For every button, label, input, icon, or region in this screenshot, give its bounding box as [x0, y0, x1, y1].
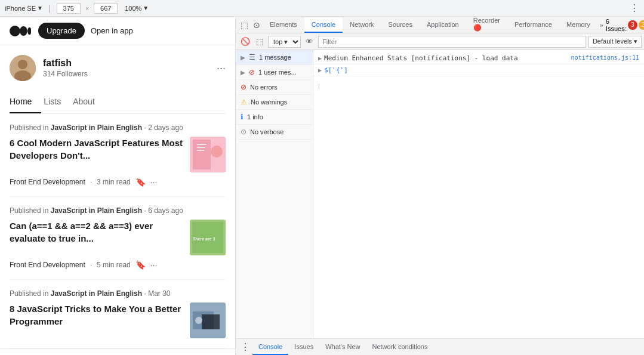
tab-network[interactable]: Network — [343, 17, 381, 33]
article-content: 6 Cool Modern JavaScript Features Most D… — [10, 137, 226, 172]
device-selector[interactable]: iPhone SE ▼ — [5, 5, 43, 12]
article-thumbnail: There are 3 — [190, 220, 226, 255]
article-thumbnail — [190, 137, 226, 172]
article-title[interactable]: Can (a==1 && a==2 && a==3) ever evaluate… — [10, 220, 184, 245]
bottom-tab-issues[interactable]: Issues — [288, 339, 319, 355]
tab-recorder[interactable]: Recorder 🔴 — [466, 17, 507, 33]
console-scope-select[interactable]: top ▾ — [268, 36, 301, 48]
sidebar-label-info: 1 info — [247, 113, 263, 121]
devtools-dock-button[interactable]: ⬚ — [238, 19, 251, 31]
log-expand-arrow-2[interactable]: ▶ — [318, 66, 322, 73]
log-text-2: $['{'] — [324, 66, 639, 74]
sidebar-label-messages: 1 message — [259, 54, 291, 61]
medium-header: Upgrade Open in app — [0, 17, 235, 45]
article-more-button[interactable]: ··· — [150, 260, 158, 270]
article-title[interactable]: 6 Cool Modern JavaScript Features Most D… — [10, 137, 184, 162]
sidebar-item-errors[interactable]: ⊘ No errors — [236, 80, 313, 95]
tab-console[interactable]: Console — [304, 17, 343, 33]
log-text: Medium Enhanced Stats [notifications] - … — [324, 54, 566, 62]
article-footer: Front End Development · 3 min read 🔖 ··· — [10, 177, 226, 187]
open-in-app-button[interactable]: Open in app — [91, 26, 133, 35]
console-cursor-area[interactable]: | — [313, 76, 644, 95]
tab-more-button[interactable]: » — [597, 21, 606, 29]
article-meta: Published in JavaScript in Plain English… — [10, 289, 226, 298]
bottom-tab-console[interactable]: Console — [252, 339, 288, 355]
bookmark-icon[interactable]: 🔖 — [135, 177, 146, 187]
tab-performance[interactable]: Performance — [507, 17, 559, 33]
profile-more-button[interactable]: ··· — [217, 62, 226, 75]
avatar — [10, 55, 36, 81]
profile-info: fatfish 314 Followers — [43, 58, 88, 78]
article-title[interactable]: 8 JavaScript Tricks to Make You a Better… — [10, 302, 184, 328]
console-log-line-2: ▶ $['{'] — [313, 64, 644, 76]
log-expand-arrow[interactable]: ▶ — [318, 54, 322, 61]
upgrade-button[interactable]: Upgrade — [38, 23, 85, 39]
tab-elements[interactable]: Elements — [263, 17, 304, 33]
console-main: ▶ Medium Enhanced Stats [notifications] … — [313, 50, 644, 338]
svg-text:There are 3: There are 3 — [193, 237, 215, 241]
device-dropdown-icon[interactable]: ▼ — [37, 5, 43, 11]
console-filter-input[interactable] — [318, 36, 586, 48]
followers-count: 314 Followers — [43, 70, 88, 78]
sidebar-item-verbose[interactable]: ⊙ No verbose — [236, 125, 313, 140]
warning-count-badge: 3 — [639, 20, 644, 30]
bottom-bar-more[interactable]: ⋮ — [238, 341, 252, 353]
article-tag[interactable]: Front End Development — [10, 261, 85, 269]
tab-sources[interactable]: Sources — [381, 17, 420, 33]
article-item: Published in JavaScript in Plain English… — [10, 114, 226, 197]
height-input[interactable] — [94, 3, 118, 14]
bottom-tab-whats-new[interactable]: What's New — [319, 339, 366, 355]
browser-more-button[interactable]: ⋮ — [630, 2, 639, 14]
tab-about[interactable]: About — [73, 92, 104, 113]
console-filter-toggle[interactable]: ⬚ — [254, 36, 266, 47]
svg-rect-8 — [197, 144, 207, 145]
console-sidebar: ▶ ☰ 1 message ▶ ⊘ 1 user mes... ⊘ No err… — [236, 50, 313, 338]
article-content: 8 JavaScript Tricks to Make You a Better… — [10, 302, 226, 338]
bottom-nav: ⌂ 🔍 🔖 👤 — [0, 348, 235, 355]
sidebar-item-user-messages[interactable]: ▶ ⊘ 1 user mes... — [236, 65, 313, 80]
article-meta: Published in JavaScript in Plain English… — [10, 206, 226, 215]
article-list: Published in JavaScript in Plain English… — [0, 114, 235, 348]
sidebar-arrow: ▶ — [241, 54, 245, 61]
svg-point-18 — [195, 317, 202, 324]
console-clear-button[interactable]: 🚫 — [238, 36, 252, 47]
issues-label: 6 Issues: 3 3 — [606, 18, 644, 32]
log-file-link[interactable]: notifications.js:11 — [571, 54, 639, 61]
profile-nav: Home Lists About — [10, 92, 226, 114]
zoom-selector[interactable]: 100% ▼ — [125, 5, 149, 12]
article-more-button[interactable]: ··· — [150, 177, 158, 187]
tab-home[interactable]: Home — [10, 92, 41, 113]
devtools-toolbar: ⬚ ⊙ Elements Console Network Sources App… — [236, 17, 644, 33]
console-eye-button[interactable]: 👁 — [303, 36, 316, 47]
sidebar-label-verbose: No verbose — [250, 128, 284, 135]
width-input[interactable] — [57, 3, 81, 14]
dim-x: × — [85, 5, 89, 12]
profile-name: fatfish — [43, 58, 88, 69]
sidebar-label-errors: No errors — [250, 84, 278, 91]
info-icon: ℹ — [241, 113, 244, 121]
article-thumbnail — [190, 302, 226, 338]
svg-rect-9 — [197, 147, 205, 148]
dim-separator: │ — [48, 5, 52, 12]
console-log-line-1: ▶ Medium Enhanced Stats [notifications] … — [313, 53, 644, 64]
sidebar-item-warnings[interactable]: ⚠ No warnings — [236, 95, 313, 110]
zoom-dropdown-icon: ▼ — [143, 5, 149, 11]
bookmark-icon[interactable]: 🔖 — [135, 260, 146, 270]
svg-point-0 — [10, 26, 20, 36]
devtools-inspect-button[interactable]: ⊙ — [251, 19, 263, 31]
svg-point-4 — [18, 60, 27, 69]
sidebar-item-messages[interactable]: ▶ ☰ 1 message — [236, 50, 313, 65]
read-time: 3 min read — [97, 178, 131, 186]
console-filter-bar: 🚫 ⬚ top ▾ 👁 Default levels ▾ — [236, 33, 644, 50]
tab-memory[interactable]: Memory — [559, 17, 597, 33]
sidebar-item-info[interactable]: ℹ 1 info — [236, 110, 313, 125]
tab-application[interactable]: Application — [420, 17, 466, 33]
tab-lists[interactable]: Lists — [44, 92, 70, 113]
bottom-tab-network-conditions[interactable]: Network conditions — [366, 339, 434, 355]
error-count-badge: 3 — [628, 20, 637, 30]
console-body: ▶ ☰ 1 message ▶ ⊘ 1 user mes... ⊘ No err… — [236, 50, 644, 338]
article-tag[interactable]: Front End Development — [10, 178, 85, 186]
article-item: Published in JavaScript in Plain English… — [10, 280, 226, 348]
article-item: Published in JavaScript in Plain English… — [10, 197, 226, 280]
default-levels-button[interactable]: Default levels ▾ — [588, 36, 642, 48]
